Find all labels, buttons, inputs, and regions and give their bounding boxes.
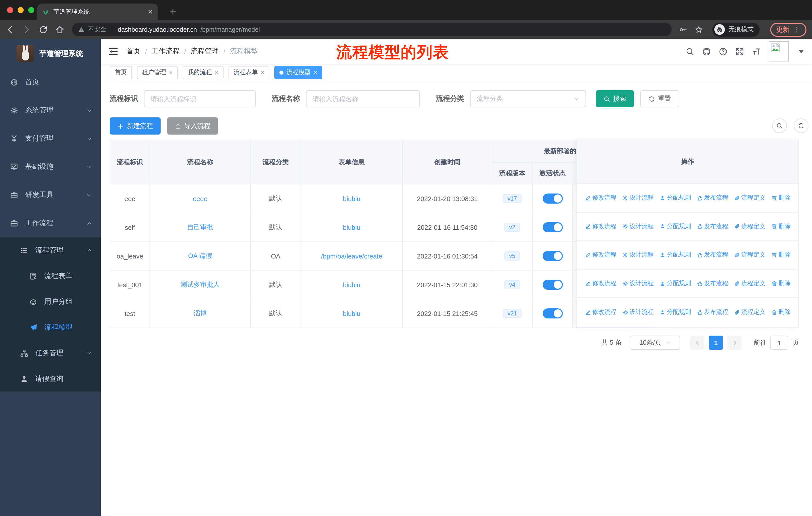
process-name-link[interactable]: 自己审批 [187, 223, 213, 231]
reset-button[interactable]: 重置 [640, 90, 679, 107]
action-definition-link[interactable]: 流程定义 [734, 222, 765, 231]
form-info-link[interactable]: biubiu [343, 195, 360, 202]
action-trash-link[interactable]: 删除 [771, 251, 791, 259]
tag-0[interactable]: 首页 [110, 66, 132, 79]
process-name-link[interactable]: 滔博 [194, 309, 207, 317]
sidebar-item-9[interactable]: 流程模型 [0, 315, 101, 340]
process-category-select[interactable]: 流程分类 [470, 90, 586, 107]
action-definition-link[interactable]: 流程定义 [734, 251, 765, 259]
sidebar-item-4[interactable]: 研发工具 [0, 181, 101, 209]
process-name-input[interactable] [306, 90, 420, 107]
action-publish-link[interactable]: 发布流程 [696, 194, 728, 202]
active-toggle[interactable] [543, 308, 562, 319]
tag-3[interactable]: 流程表单× [229, 66, 269, 79]
action-design-link[interactable]: 设计流程 [622, 279, 654, 288]
action-publish-link[interactable]: 发布流程 [696, 251, 728, 259]
show-search-button[interactable] [772, 118, 787, 133]
window-controls[interactable] [7, 7, 34, 13]
security-label[interactable]: 不安全 [88, 25, 106, 34]
bookmark-star-icon[interactable] [695, 25, 703, 33]
prev-page-button[interactable] [690, 335, 704, 350]
tag-close-icon[interactable]: × [169, 69, 173, 76]
github-icon[interactable] [702, 47, 711, 56]
action-definition-link[interactable]: 流程定义 [734, 194, 765, 202]
sidebar-item-2[interactable]: 支付管理 [0, 125, 101, 153]
active-toggle[interactable] [543, 251, 562, 261]
action-trash-link[interactable]: 删除 [771, 279, 791, 288]
tag-close-icon[interactable]: × [261, 69, 264, 76]
goto-page-input[interactable] [770, 335, 788, 350]
sidebar-item-3[interactable]: 基础设施 [0, 153, 101, 181]
avatar-caret-down-icon[interactable] [797, 47, 806, 56]
url-bar[interactable]: 不安全 dashboard.yudao.iocoder.cn/bpm/manag… [72, 23, 671, 36]
browser-update-button[interactable]: 更新 [770, 22, 807, 36]
close-window-button[interactable] [7, 7, 13, 13]
action-trash-link[interactable]: 删除 [771, 194, 791, 202]
process-name-link[interactable]: OA 请假 [188, 252, 212, 260]
avatar[interactable] [769, 41, 789, 61]
minimize-window-button[interactable] [18, 7, 24, 13]
sidebar-item-5[interactable]: 工作流程 [0, 209, 101, 237]
sidebar-item-10[interactable]: 任务管理 [0, 340, 101, 366]
process-name-link[interactable]: eeee [193, 195, 207, 202]
tag-close-icon[interactable]: × [314, 69, 317, 76]
action-trash-link[interactable]: 删除 [771, 222, 791, 231]
font-size-icon[interactable] [752, 47, 761, 56]
breadcrumb-item[interactable]: 首页 [126, 47, 141, 56]
create-process-button[interactable]: 新建流程 [110, 117, 161, 135]
sidebar-item-8[interactable]: 用户分组 [0, 289, 101, 315]
action-assign-user-link[interactable]: 分配规则 [659, 308, 691, 317]
forward-icon[interactable] [22, 25, 31, 34]
tag-4[interactable]: 流程模型× [274, 66, 322, 79]
action-edit-link[interactable]: 修改流程 [585, 251, 616, 259]
action-design-link[interactable]: 设计流程 [622, 308, 654, 317]
sidebar-item-1[interactable]: 系统管理 [0, 96, 101, 125]
form-info-link[interactable]: biubiu [343, 281, 360, 289]
process-name-link[interactable]: 测试多审批人 [180, 281, 220, 288]
next-page-button[interactable] [727, 335, 742, 350]
action-publish-link[interactable]: 发布流程 [696, 222, 728, 231]
action-edit-link[interactable]: 修改流程 [585, 222, 616, 231]
browser-tab[interactable]: 芋道管理系统 ✕ [37, 3, 158, 20]
search-button[interactable]: 搜索 [596, 90, 634, 107]
password-key-icon[interactable] [679, 25, 687, 33]
search-icon[interactable] [686, 47, 694, 56]
sidebar-item-6[interactable]: 流程管理 [0, 237, 101, 263]
new-tab-button[interactable] [166, 5, 179, 18]
action-design-link[interactable]: 设计流程 [622, 194, 654, 202]
active-toggle[interactable] [543, 193, 562, 203]
refresh-table-button[interactable] [794, 118, 809, 133]
process-key-input[interactable] [144, 90, 256, 107]
help-icon[interactable] [719, 47, 727, 56]
reload-icon[interactable] [39, 25, 48, 34]
sidebar-item-7[interactable]: 流程表单 [0, 263, 101, 289]
import-process-button[interactable]: 导入流程 [167, 117, 218, 135]
form-info-link[interactable]: /bpm/oa/leave/create [321, 252, 382, 260]
action-assign-user-link[interactable]: 分配规则 [659, 222, 691, 231]
action-assign-user-link[interactable]: 分配规则 [659, 251, 691, 259]
action-trash-link[interactable]: 删除 [771, 308, 791, 317]
action-edit-link[interactable]: 修改流程 [585, 194, 616, 202]
sidebar-item-11[interactable]: 请假查询 [0, 366, 101, 391]
active-toggle[interactable] [543, 222, 562, 232]
form-info-link[interactable]: biubiu [343, 310, 360, 317]
page-size-select[interactable]: 10条/页 [630, 335, 680, 350]
action-definition-link[interactable]: 流程定义 [734, 308, 765, 317]
action-design-link[interactable]: 设计流程 [622, 251, 654, 259]
back-icon[interactable] [5, 25, 14, 34]
page-number-button[interactable]: 1 [709, 335, 723, 350]
fullscreen-icon[interactable] [735, 47, 744, 56]
action-edit-link[interactable]: 修改流程 [585, 279, 616, 288]
home-icon[interactable] [55, 25, 64, 34]
zoom-window-button[interactable] [28, 7, 34, 13]
tag-close-icon[interactable]: × [215, 69, 219, 76]
sidebar-item-0[interactable]: 首页 [0, 68, 101, 96]
action-publish-link[interactable]: 发布流程 [696, 279, 728, 288]
action-publish-link[interactable]: 发布流程 [696, 308, 728, 317]
browser-menu-icon[interactable] [793, 26, 801, 33]
sidebar-logo[interactable]: 芋道管理系统 [0, 39, 101, 68]
action-definition-link[interactable]: 流程定义 [734, 279, 765, 288]
action-edit-link[interactable]: 修改流程 [585, 308, 616, 317]
action-design-link[interactable]: 设计流程 [622, 222, 654, 231]
tag-2[interactable]: 我的流程× [183, 66, 224, 79]
